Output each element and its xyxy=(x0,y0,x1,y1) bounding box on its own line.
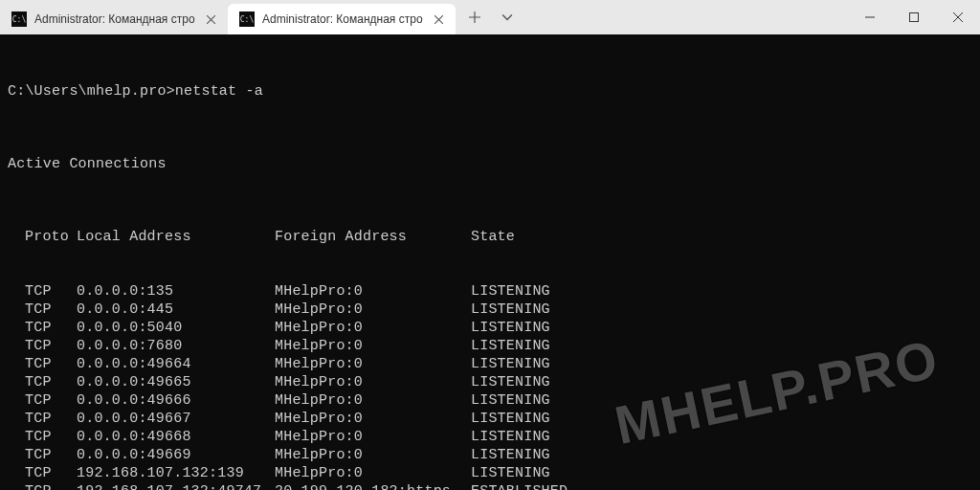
cell-state: LISTENING xyxy=(471,391,550,410)
cmd-icon: C:\ xyxy=(239,11,255,27)
cell-proto: TCP xyxy=(8,464,77,482)
table-row: TCP0.0.0.0:7680MHelpPro:0LISTENING xyxy=(8,337,972,355)
cell-proto: TCP xyxy=(8,355,77,373)
maximize-button[interactable] xyxy=(892,0,936,34)
table-row: TCP0.0.0.0:49668MHelpPro:0LISTENING xyxy=(8,428,972,446)
cell-foreign: MHelpPro:0 xyxy=(275,410,471,428)
cell-state: LISTENING xyxy=(471,319,550,337)
cell-proto: TCP xyxy=(8,410,77,428)
cell-local: 0.0.0.0:49665 xyxy=(77,373,275,391)
cell-state: LISTENING xyxy=(471,464,550,482)
cell-local: 192.168.107.132:139 xyxy=(77,464,275,482)
header-state: State xyxy=(471,228,515,246)
cell-foreign: MHelpPro:0 xyxy=(275,446,471,464)
cell-local: 192.168.107.132:49747 xyxy=(77,482,275,490)
cell-foreign: 20.199.120.182:https xyxy=(275,482,471,490)
close-tab-icon[interactable] xyxy=(431,11,446,27)
cell-local: 0.0.0.0:7680 xyxy=(77,337,275,355)
window-controls xyxy=(848,0,980,34)
tab-actions xyxy=(456,0,521,34)
cell-foreign: MHelpPro:0 xyxy=(275,355,471,373)
cell-proto: TCP xyxy=(8,337,77,355)
cell-local: 0.0.0.0:49667 xyxy=(77,410,275,428)
cell-proto: TCP xyxy=(8,301,77,319)
cell-local: 0.0.0.0:49664 xyxy=(77,355,275,373)
header-proto: Proto xyxy=(8,228,77,246)
header-foreign: Foreign Address xyxy=(275,228,471,246)
section-title: Active Connections xyxy=(8,155,972,173)
cell-foreign: MHelpPro:0 xyxy=(275,301,471,319)
table-row: TCP0.0.0.0:49666MHelpPro:0LISTENING xyxy=(8,391,972,410)
minimize-button[interactable] xyxy=(848,0,892,34)
svg-rect-0 xyxy=(910,13,919,22)
cell-local: 0.0.0.0:49666 xyxy=(77,391,275,410)
cell-local: 0.0.0.0:445 xyxy=(77,301,275,319)
cell-foreign: MHelpPro:0 xyxy=(275,391,471,410)
header-local: Local Address xyxy=(77,228,275,246)
table-row: TCP0.0.0.0:445MHelpPro:0LISTENING xyxy=(8,301,972,319)
cell-state: LISTENING xyxy=(471,446,550,464)
prompt: C:\Users\mhelp.pro> xyxy=(8,83,175,100)
cell-proto: TCP xyxy=(8,428,77,446)
cell-proto: TCP xyxy=(8,391,77,410)
cell-proto: TCP xyxy=(8,282,77,301)
tab-strip: C:\Administrator: Командная строC:\Admin… xyxy=(0,0,456,34)
cell-foreign: MHelpPro:0 xyxy=(275,319,471,337)
cell-local: 0.0.0.0:5040 xyxy=(77,319,275,337)
terminal-output[interactable]: C:\Users\mhelp.pro>netstat -a Active Con… xyxy=(0,34,980,490)
cell-state: LISTENING xyxy=(471,301,550,319)
tab-1[interactable]: C:\Administrator: Командная стро xyxy=(228,4,456,34)
cell-foreign: MHelpPro:0 xyxy=(275,337,471,355)
table-row: TCP0.0.0.0:135MHelpPro:0LISTENING xyxy=(8,282,972,301)
tab-0[interactable]: C:\Administrator: Командная стро xyxy=(0,4,228,34)
cell-state: LISTENING xyxy=(471,282,550,301)
table-row: TCP0.0.0.0:49665MHelpPro:0LISTENING xyxy=(8,373,972,391)
close-tab-icon[interactable] xyxy=(203,11,218,27)
tab-title: Administrator: Командная стро xyxy=(34,12,195,26)
cell-local: 0.0.0.0:49668 xyxy=(77,428,275,446)
cell-local: 0.0.0.0:49669 xyxy=(77,446,275,464)
cell-state: ESTABLISHED xyxy=(471,482,568,490)
table-row: TCP0.0.0.0:5040MHelpPro:0LISTENING xyxy=(8,319,972,337)
cmd-icon: C:\ xyxy=(11,11,27,27)
command: netstat -a xyxy=(175,83,263,100)
table-row: TCP192.168.107.132:4974720.199.120.182:h… xyxy=(8,482,972,490)
new-tab-button[interactable] xyxy=(461,4,488,31)
cell-local: 0.0.0.0:135 xyxy=(77,282,275,301)
table-row: TCP0.0.0.0:49667MHelpPro:0LISTENING xyxy=(8,410,972,428)
cell-proto: TCP xyxy=(8,319,77,337)
cell-foreign: MHelpPro:0 xyxy=(275,428,471,446)
titlebar-drag-area[interactable] xyxy=(521,0,848,34)
cell-foreign: MHelpPro:0 xyxy=(275,282,471,301)
close-window-button[interactable] xyxy=(936,0,980,34)
cell-state: LISTENING xyxy=(471,410,550,428)
table-body: TCP0.0.0.0:135MHelpPro:0LISTENINGTCP0.0.… xyxy=(8,282,972,490)
cell-foreign: MHelpPro:0 xyxy=(275,464,471,482)
cell-state: LISTENING xyxy=(471,355,550,373)
tab-dropdown-button[interactable] xyxy=(494,4,521,31)
tab-title: Administrator: Командная стро xyxy=(262,12,423,26)
table-row: TCP0.0.0.0:49669MHelpPro:0LISTENING xyxy=(8,446,972,464)
cell-state: LISTENING xyxy=(471,337,550,355)
titlebar: C:\Administrator: Командная строC:\Admin… xyxy=(0,0,980,34)
table-row: TCP192.168.107.132:139MHelpPro:0LISTENIN… xyxy=(8,464,972,482)
table-row: TCP0.0.0.0:49664MHelpPro:0LISTENING xyxy=(8,355,972,373)
cell-foreign: MHelpPro:0 xyxy=(275,373,471,391)
cell-proto: TCP xyxy=(8,446,77,464)
cell-proto: TCP xyxy=(8,373,77,391)
cell-state: LISTENING xyxy=(471,428,550,446)
table-header-row: ProtoLocal AddressForeign AddressState xyxy=(8,228,972,246)
prompt-line: C:\Users\mhelp.pro>netstat -a xyxy=(8,82,972,100)
cell-proto: TCP xyxy=(8,482,77,490)
cell-state: LISTENING xyxy=(471,373,550,391)
